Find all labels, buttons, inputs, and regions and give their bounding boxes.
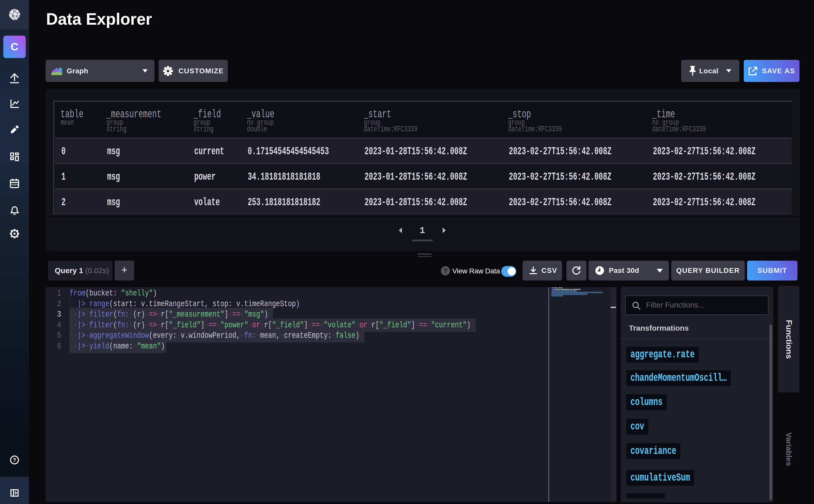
svg-text:?: ? (13, 457, 16, 463)
